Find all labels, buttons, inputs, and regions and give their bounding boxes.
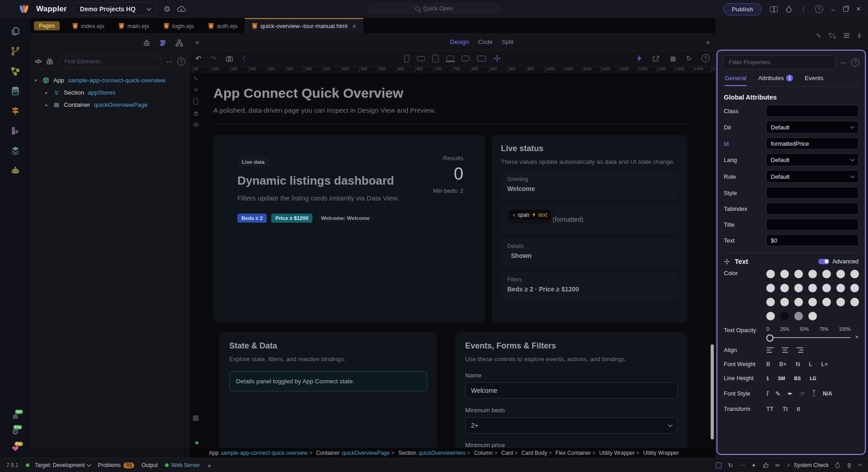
problems-button[interactable]: Problems 7/1 [98,462,134,468]
opacity-clear-icon[interactable]: × [855,334,859,340]
add-panel-icon[interactable]: + [207,462,211,469]
id-input[interactable] [766,138,859,149]
experimental-gear-icon[interactable]: ⚙ Exp [12,427,19,437]
sitemap-icon[interactable] [175,39,184,47]
line-height-option[interactable]: SM [778,376,785,381]
unlink-icon[interactable] [829,32,836,39]
more-dots-icon[interactable]: ⋯ [740,462,745,468]
collapse-right-icon[interactable]: » [706,38,710,46]
tooltip-back-icon[interactable]: ‹ [513,212,515,218]
sparkle-icon[interactable]: ✦ [751,462,756,469]
droplet-icon[interactable] [835,462,840,468]
edit-pen-icon[interactable]: ✎ [193,76,198,82]
color-swatch[interactable] [780,270,789,278]
app-connect-bolt-icon[interactable] [637,55,642,62]
color-swatch[interactable] [766,284,775,292]
color-swatch[interactable] [850,284,859,292]
caret-icon[interactable]: ▸ [44,102,49,107]
file-tab[interactable]: 5 login.ejs [156,18,201,33]
move-resize-icon[interactable] [494,55,501,62]
split-mode-button[interactable]: Split [502,38,514,45]
dir-select[interactable]: Default [766,121,859,133]
breadcrumb-item[interactable]: Section quickOverviewHero [390,450,466,456]
project-selector[interactable]: Demo Projects HQ [73,2,157,16]
phone-landscape-icon[interactable] [417,56,425,61]
min-beds-select[interactable]: 2+ [465,417,678,434]
tab-close-icon[interactable]: × [353,23,356,30]
color-swatch[interactable] [808,298,817,306]
design-help-icon[interactable]: ? [702,54,710,62]
align-left-icon[interactable] [766,347,774,353]
edit-element-icon[interactable]: ✎ [816,32,821,39]
font-weight-option[interactable]: L+ [821,361,828,367]
select-mode-icon[interactable] [716,462,722,468]
color-swatch[interactable] [794,270,803,278]
align-right-icon[interactable] [796,347,804,353]
lang-select[interactable]: Default [766,153,859,166]
font-weight-option[interactable]: N [796,361,800,367]
color-swatch[interactable] [808,284,817,292]
breadcrumb-item[interactable]: Utility Wrapper [591,450,635,456]
properties-tab[interactable]: General [725,75,746,86]
desktop-icon[interactable] [462,56,470,61]
title-input[interactable] [766,219,859,230]
find-elements-input[interactable] [58,56,162,67]
settings-gear-icon[interactable]: ⚙ [164,5,170,14]
laptop-icon[interactable] [447,56,454,61]
caret-icon[interactable]: ▸ [44,90,49,95]
transform-option[interactable]: TT [766,405,774,412]
refresh-icon[interactable]: ↻ [686,54,692,62]
canvas-scrollbar[interactable] [711,344,714,439]
color-swatch[interactable] [794,312,803,320]
color-swatch[interactable] [836,298,845,306]
properties-help-icon[interactable]: ? [851,58,859,67]
device-preview-icon[interactable] [193,98,198,105]
help-icon[interactable]: ? [815,5,823,13]
style-input[interactable] [766,187,859,199]
blocks-icon[interactable] [10,146,20,156]
font-style-na[interactable]: N/A [823,391,832,397]
color-swatch[interactable] [822,270,831,278]
color-swatch[interactable] [822,284,831,292]
ai-assistant-icon[interactable] [10,166,20,176]
role-select[interactable]: Default [766,170,859,183]
visibility-eye-icon[interactable] [193,122,199,127]
ai-robot-icon[interactable] [142,39,151,47]
transform-option[interactable]: Tt [783,405,788,412]
collapse-left-icon[interactable]: « [195,38,199,46]
opacity-slider-thumb[interactable] [766,334,774,342]
color-swatch[interactable] [766,270,775,278]
redo-icon[interactable]: ↷ [210,54,216,63]
color-swatch[interactable] [822,298,831,306]
live-status-card[interactable]: Live status These values update automati… [492,135,687,323]
design-styles-icon[interactable] [10,126,20,136]
file-tab[interactable]: 5 index.ejs [65,18,111,33]
tools-icon[interactable]: Set [11,412,19,420]
color-swatch[interactable] [836,284,845,292]
deploy-cloud-icon[interactable] [177,5,186,13]
font-weight-option[interactable]: B+ [779,361,787,367]
undo-icon[interactable]: ↶ [195,54,201,63]
filter-properties-input[interactable] [723,55,836,69]
close-button[interactable]: × [856,5,861,14]
brush-icon[interactable]: ✏ [775,462,780,469]
quill-icon[interactable]: ✒ [788,390,793,397]
transform-option[interactable]: tt [797,405,800,412]
system-check-button[interactable]: ✓ System Check [787,462,829,468]
class-input[interactable] [766,105,859,117]
tabindex-input[interactable] [766,203,859,215]
highlighter-icon[interactable]: ✎ [775,390,781,397]
phone-portrait-icon[interactable] [405,55,410,62]
breadcrumb-item[interactable]: Card Body [513,450,547,456]
file-tab[interactable]: 5 quick-overview--tour-manual.html × [245,18,363,33]
tree-item-app[interactable]: ▾ App sample-app-connect-quick-overview [33,74,187,86]
color-swatch[interactable] [780,284,789,292]
color-swatch[interactable] [808,312,817,320]
listings-card[interactable]: Live data Dynamic listings dashboard Fil… [213,135,485,323]
color-swatch[interactable] [766,298,775,306]
color-swatch[interactable] [850,270,859,278]
color-swatch[interactable] [780,312,789,320]
line-height-option[interactable]: BS [794,376,801,381]
properties-tab[interactable]: Events [805,75,823,86]
caret-icon[interactable]: ▾ [33,78,38,83]
